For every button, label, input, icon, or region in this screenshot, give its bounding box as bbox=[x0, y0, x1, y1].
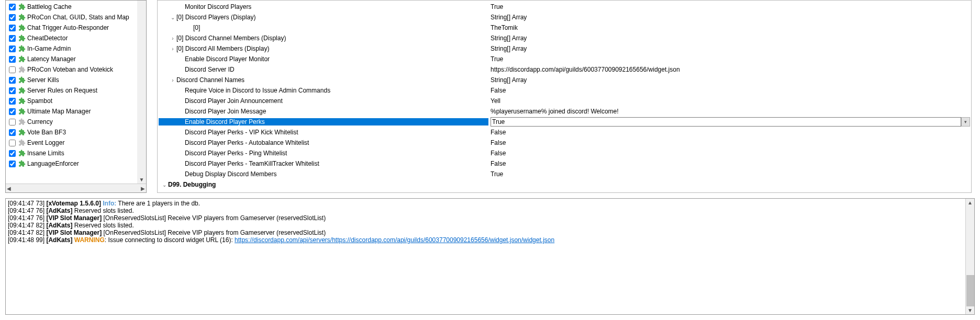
property-value-editor[interactable]: True bbox=[491, 117, 961, 127]
plugin-checkbox[interactable] bbox=[9, 150, 16, 157]
plugin-item[interactable]: Ultimate Map Manager bbox=[8, 106, 135, 117]
property-row[interactable]: Enable Discord Player MonitorTrue bbox=[159, 54, 970, 64]
plugin-item[interactable]: PRoCon Voteban and Votekick bbox=[8, 64, 135, 75]
dropdown-icon[interactable]: ▾ bbox=[961, 117, 970, 127]
property-row[interactable]: ›[0] Discord All Members (Display)String… bbox=[159, 43, 970, 54]
plugin-checkbox[interactable] bbox=[9, 140, 16, 146]
property-row[interactable]: [0]TheTomik bbox=[159, 22, 970, 33]
property-row[interactable]: Enable Discord Player PerksTrue▾ bbox=[159, 117, 970, 127]
plugin-checkbox[interactable] bbox=[9, 108, 16, 115]
plugin-label: Insane Limits bbox=[27, 150, 64, 157]
property-row[interactable]: Discord Player Perks - TeamKillTracker W… bbox=[159, 158, 970, 169]
property-row[interactable]: Discord Player Perks - Autobalance White… bbox=[159, 138, 970, 148]
puzzle-icon bbox=[18, 150, 26, 157]
property-key: D99. Debugging bbox=[168, 181, 216, 188]
scroll-down-icon[interactable]: ▼ bbox=[967, 307, 973, 313]
property-row[interactable]: Require Voice in Discord to Issue Admin … bbox=[159, 85, 970, 96]
plugin-item[interactable]: Server Rules on Request bbox=[8, 85, 135, 96]
puzzle-icon bbox=[18, 160, 26, 167]
plugin-label: LanguageEnforcer bbox=[27, 160, 79, 167]
plugin-item[interactable]: PRoCon Chat, GUID, Stats and Map bbox=[8, 12, 135, 22]
plugin-label: Server Rules on Request bbox=[27, 87, 97, 94]
property-key: Discord Player Perks - TeamKillTracker W… bbox=[185, 160, 319, 167]
sidebar-hscroll[interactable]: ◀ ▶ bbox=[6, 184, 146, 192]
scroll-right-icon[interactable]: ▶ bbox=[141, 186, 145, 191]
plugin-item[interactable]: Currency bbox=[8, 117, 135, 127]
plugin-checkbox[interactable] bbox=[9, 35, 16, 42]
puzzle-icon bbox=[18, 118, 26, 125]
plugin-label: Currency bbox=[27, 118, 53, 125]
log-body[interactable]: [09:41:47 73] [xVotemap 1.5.6.0] Info: T… bbox=[6, 199, 965, 314]
plugin-checkbox[interactable] bbox=[9, 129, 16, 136]
collapse-icon[interactable]: ⌄ bbox=[161, 182, 168, 188]
scroll-up-icon[interactable]: ▲ bbox=[967, 200, 973, 205]
plugin-item[interactable]: Latency Manager bbox=[8, 54, 135, 64]
scroll-thumb[interactable] bbox=[966, 275, 974, 306]
property-value: False bbox=[491, 150, 506, 157]
property-key: Discord Player Perks - Ping Whitelist bbox=[185, 150, 287, 157]
property-value: Yell bbox=[491, 97, 500, 105]
plugin-item[interactable]: In-Game Admin bbox=[8, 43, 135, 54]
plugin-checkbox[interactable] bbox=[9, 87, 16, 94]
property-value: True bbox=[491, 55, 503, 63]
property-key: [0] bbox=[193, 24, 200, 31]
plugin-item[interactable]: Event Logger bbox=[8, 138, 135, 148]
log-link[interactable]: https://discordapp.com/api/servers/https… bbox=[235, 236, 554, 244]
property-row[interactable]: Discord Server IDhttps://discordapp.com/… bbox=[159, 64, 970, 75]
plugin-checkbox[interactable] bbox=[9, 161, 16, 167]
plugin-item[interactable]: Chat Trigger Auto-Responder bbox=[8, 22, 135, 33]
sidebar-scroll-down[interactable]: ▼ bbox=[137, 1, 146, 184]
property-row[interactable]: ⌄D99. Debugging bbox=[159, 179, 970, 190]
property-value: True bbox=[491, 3, 503, 10]
plugin-label: Spambot bbox=[27, 97, 52, 105]
expand-icon[interactable]: › bbox=[169, 36, 176, 41]
puzzle-icon bbox=[18, 87, 26, 94]
plugin-checkbox[interactable] bbox=[9, 56, 16, 63]
log-message: [OnReservedSlotsList] Receive VIP player… bbox=[102, 229, 326, 236]
property-row[interactable]: Discord Player Join Message%playeruserna… bbox=[159, 106, 970, 117]
collapse-icon[interactable]: ⌄ bbox=[169, 15, 176, 20]
puzzle-icon bbox=[18, 14, 26, 21]
property-value: TheTomik bbox=[491, 24, 518, 31]
log-plugin: [VIP Slot Manager] bbox=[46, 214, 102, 222]
property-row[interactable]: Monitor Discord PlayersTrue bbox=[159, 2, 970, 12]
plugin-list[interactable]: Battlelog CachePRoCon Chat, GUID, Stats … bbox=[6, 1, 137, 184]
property-value: String[] Array bbox=[491, 14, 527, 21]
log-line: [09:41:48 99] [AdKats] WARNING: Issue co… bbox=[8, 236, 963, 244]
plugin-checkbox[interactable] bbox=[9, 4, 16, 10]
plugin-item[interactable]: Server Kills bbox=[8, 75, 135, 85]
property-key: Require Voice in Discord to Issue Admin … bbox=[185, 87, 330, 94]
scroll-left-icon[interactable]: ◀ bbox=[7, 186, 11, 191]
property-row[interactable]: Discord Player Join AnnouncementYell bbox=[159, 96, 970, 106]
plugin-label: Battlelog Cache bbox=[27, 3, 72, 10]
log-panel: [09:41:47 73] [xVotemap 1.5.6.0] Info: T… bbox=[5, 198, 975, 315]
property-row[interactable]: Discord Player Perks - VIP Kick Whitelis… bbox=[159, 127, 970, 138]
log-vscroll[interactable]: ▲ ▼ bbox=[965, 199, 974, 314]
log-tag: WARNING bbox=[74, 236, 105, 244]
log-plugin: [AdKats] bbox=[46, 236, 72, 244]
log-timestamp: [09:41:47 82] bbox=[8, 229, 44, 236]
property-value: False bbox=[491, 129, 506, 136]
plugin-item[interactable]: Insane Limits bbox=[8, 148, 135, 158]
property-row[interactable]: ›Discord Channel NamesString[] Array bbox=[159, 75, 970, 85]
plugin-checkbox[interactable] bbox=[9, 98, 16, 105]
plugin-item[interactable]: LanguageEnforcer bbox=[8, 158, 135, 169]
plugin-item[interactable]: Vote Ban BF3 bbox=[8, 127, 135, 138]
plugin-checkbox[interactable] bbox=[9, 119, 16, 125]
property-row[interactable]: Discord Player Perks - Ping WhitelistFal… bbox=[159, 148, 970, 158]
plugin-checkbox[interactable] bbox=[9, 45, 16, 52]
plugin-item[interactable]: CheatDetector bbox=[8, 33, 135, 43]
expand-icon[interactable]: › bbox=[169, 77, 176, 83]
property-grid-body[interactable]: Monitor Discord PlayersTrue⌄[0] Discord … bbox=[159, 2, 970, 191]
property-row[interactable]: Debug Display Discord MembersTrue bbox=[159, 169, 970, 179]
plugin-item[interactable]: Spambot bbox=[8, 96, 135, 106]
plugin-checkbox[interactable] bbox=[9, 77, 16, 84]
log-timestamp: [09:41:47 82] bbox=[8, 222, 44, 229]
plugin-checkbox[interactable] bbox=[9, 14, 16, 21]
plugin-item[interactable]: Battlelog Cache bbox=[8, 2, 135, 12]
property-row[interactable]: ›[0] Discord Channel Members (Display)St… bbox=[159, 33, 970, 43]
plugin-checkbox[interactable] bbox=[9, 25, 16, 31]
expand-icon[interactable]: › bbox=[169, 46, 176, 52]
property-row[interactable]: ⌄[0] Discord Players (Display)String[] A… bbox=[159, 12, 970, 22]
plugin-checkbox[interactable] bbox=[9, 66, 16, 73]
